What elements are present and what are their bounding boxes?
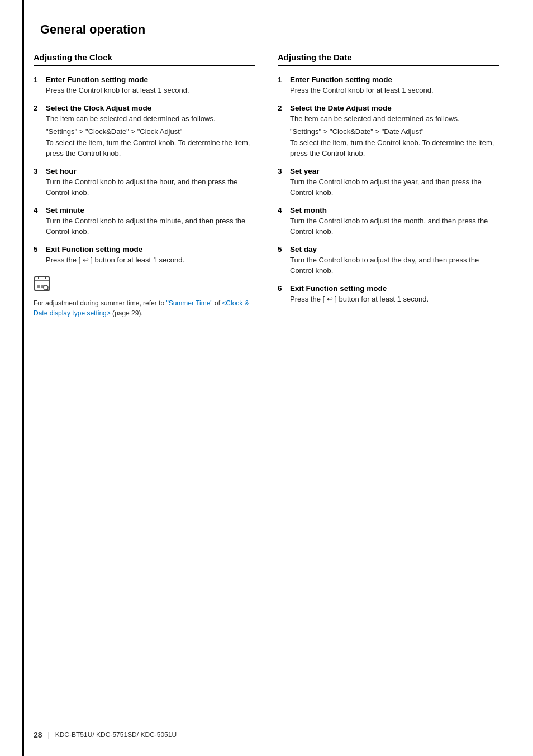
date-step-2-title: Select the Date Adjust mode [290, 104, 392, 112]
date-step-4: 4 Set month Turn the Control knob to adj… [278, 206, 499, 237]
date-step-5-body: Turn the Control knob to adjust the day,… [290, 255, 499, 276]
date-step-3-header: 3 Set year [278, 167, 499, 175]
date-step-5-number: 5 [278, 245, 287, 253]
page-title: General operation [40, 22, 499, 37]
clock-step-3-title: Set hour [46, 167, 77, 175]
footer-page-number: 28 [34, 730, 42, 739]
clock-step-1-number: 1 [34, 75, 42, 84]
clock-step-2-body: The item can be selected and determined … [46, 113, 255, 159]
clock-step-1-body: Press the Control knob for at least 1 se… [46, 85, 255, 96]
clock-step-3-body: Turn the Control knob to adjust the hour… [46, 176, 255, 198]
date-step-6-body: Press the [ ↩ ] button for at least 1 se… [290, 294, 499, 305]
clock-step-2: 2 Select the Clock Adjust mode The item … [34, 104, 255, 159]
date-step-5-header: 5 Set day [278, 245, 499, 253]
date-step-3-number: 3 [278, 167, 287, 175]
adjusting-date-section: Adjusting the Date 1 Enter Function sett… [278, 52, 499, 318]
note-text: For adjustment during summer time, refer… [34, 298, 255, 318]
adjusting-clock-section: Adjusting the Clock 1 Enter Function set… [34, 52, 255, 318]
svg-rect-0 [35, 276, 49, 291]
date-section-title: Adjusting the Date [278, 52, 499, 66]
clock-step-2-header: 2 Select the Clock Adjust mode [34, 104, 255, 112]
clock-step-4: 4 Set minute Turn the Control knob to ad… [34, 206, 255, 237]
clock-section-title: Adjusting the Clock [34, 52, 255, 66]
clock-step-3-header: 3 Set hour [34, 167, 255, 175]
footer: 28 | KDC-BT51U/ KDC-5751SD/ KDC-5051U [0, 730, 533, 739]
note-section: ▦▦ For adjustment during summer time, re… [34, 275, 255, 318]
date-step-4-title: Set month [290, 206, 327, 214]
clock-step-5-number: 5 [34, 245, 42, 253]
date-step-2-body: The item can be selected and determined … [290, 113, 499, 159]
clock-step-1: 1 Enter Function setting mode Press the … [34, 75, 255, 96]
clock-step-2-path2: To select the item, turn the Control kno… [46, 137, 255, 159]
date-step-6-title: Exit Function setting mode [290, 284, 387, 293]
date-step-5: 5 Set day Turn the Control knob to adjus… [278, 245, 499, 276]
date-step-4-header: 4 Set month [278, 206, 499, 214]
date-step-2: 2 Select the Date Adjust mode The item c… [278, 104, 499, 159]
date-step-3-title: Set year [290, 167, 320, 175]
date-step-3: 3 Set year Turn the Control knob to adju… [278, 167, 499, 198]
date-step-6-number: 6 [278, 284, 287, 293]
date-step-1-header: 1 Enter Function setting mode [278, 75, 499, 84]
note-svg-icon: ▦▦ [34, 275, 50, 292]
clock-step-5: 5 Exit Function setting mode Press the [… [34, 245, 255, 266]
footer-divider: | [48, 731, 50, 739]
date-step-2-header: 2 Select the Date Adjust mode [278, 104, 499, 112]
date-step-2-number: 2 [278, 104, 287, 112]
clock-step-5-body: Press the [ ↩ ] button for at least 1 se… [46, 255, 255, 266]
clock-step-4-title: Set minute [46, 206, 84, 214]
footer-model-text: KDC-BT51U/ KDC-5751SD/ KDC-5051U [55, 731, 177, 739]
note-link-summer-time[interactable]: "Summer Time" [166, 299, 212, 307]
clock-step-1-title: Enter Function setting mode [46, 75, 148, 84]
date-step-2-path: "Settings" > "Clock&Date" > "Date Adjust… [290, 126, 499, 137]
date-step-6-header: 6 Exit Function setting mode [278, 284, 499, 293]
clock-step-5-title: Exit Function setting mode [46, 245, 142, 253]
page: General operation Adjusting the Clock 1 … [0, 0, 533, 756]
clock-step-2-title: Select the Clock Adjust mode [46, 104, 151, 112]
clock-step-3-number: 3 [34, 167, 42, 175]
date-step-6: 6 Exit Function setting mode Press the [… [278, 284, 499, 305]
clock-step-5-header: 5 Exit Function setting mode [34, 245, 255, 253]
left-border-decoration [22, 0, 24, 756]
note-icon: ▦▦ [34, 275, 255, 296]
clock-step-4-header: 4 Set minute [34, 206, 255, 214]
clock-step-1-header: 1 Enter Function setting mode [34, 75, 255, 84]
date-step-1-title: Enter Function setting mode [290, 75, 392, 84]
date-step-5-title: Set day [290, 245, 317, 253]
two-column-layout: Adjusting the Clock 1 Enter Function set… [34, 52, 499, 318]
clock-step-2-path: "Settings" > "Clock&Date" > "Clock Adjus… [46, 126, 255, 137]
clock-step-3: 3 Set hour Turn the Control knob to adju… [34, 167, 255, 198]
date-step-1: 1 Enter Function setting mode Press the … [278, 75, 499, 96]
date-step-2-path2: To select the item, turn the Control kno… [290, 137, 499, 159]
clock-step-4-body: Turn the Control knob to adjust the minu… [46, 216, 255, 237]
clock-step-4-number: 4 [34, 206, 42, 214]
clock-step-2-number: 2 [34, 104, 42, 112]
date-step-4-body: Turn the Control knob to adjust the mont… [290, 216, 499, 237]
date-step-1-number: 1 [278, 75, 287, 84]
date-step-3-body: Turn the Control knob to adjust the year… [290, 176, 499, 198]
date-step-4-number: 4 [278, 206, 287, 214]
date-step-1-body: Press the Control knob for at least 1 se… [290, 85, 499, 96]
